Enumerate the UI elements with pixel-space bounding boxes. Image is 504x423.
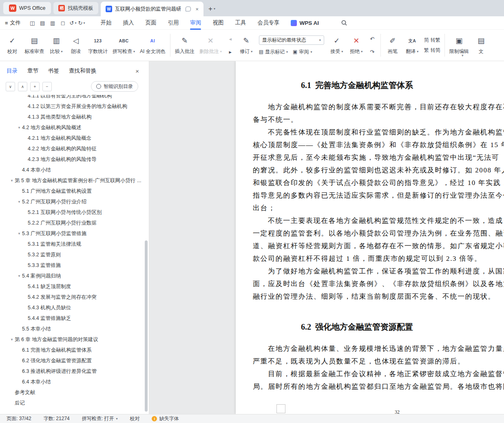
home-tab[interactable]: W WPS Office <box>3 2 51 14</box>
spellcheck-button[interactable]: ABC拼写检查▾ <box>110 32 137 59</box>
menu-tab-view[interactable]: 视图 <box>207 16 229 30</box>
toc-zoom-in-button[interactable]: + <box>30 82 40 91</box>
toc-item[interactable]: 4.2.1 地方金融机构风险概念 <box>0 133 149 143</box>
sidebar-tab-chapters[interactable]: 章节 <box>27 67 38 75</box>
previous-change-button[interactable]: ↶ <box>367 34 377 44</box>
print-preview-button[interactable]: ◻ <box>58 18 68 27</box>
sidebar-tab-bookmarks[interactable]: 书签 <box>48 67 59 75</box>
insert-comment-button[interactable]: ✎插入批注 <box>172 32 197 59</box>
tab-close-icon[interactable]: × <box>195 6 199 12</box>
toc-item[interactable]: 4.1.2 以第三方资金开展业务的地方金融机构 <box>0 101 149 112</box>
toc-expand-all-button[interactable]: ∧ <box>18 82 27 91</box>
toc-item[interactable]: 4.2.3 地方金融机构的风险传导 <box>0 154 149 165</box>
undo-button[interactable]: ↺ ▾ <box>70 20 77 26</box>
menu-tab-home[interactable]: 开始 <box>95 16 117 30</box>
wps-ai-button[interactable]: WPS AI <box>291 20 319 26</box>
toc-item[interactable]: ▾4.2 地方金融机构风险概述 <box>0 122 149 133</box>
menu-tab-review[interactable]: 审阅 <box>184 16 207 30</box>
to-traditional-button[interactable]: 简转繁 <box>424 37 440 44</box>
sidebar-tab-toc[interactable]: 目录 <box>7 67 18 75</box>
missing-font-warning[interactable]: ! 缺失字体 <box>152 415 179 422</box>
toc-caret-icon[interactable]: ▾ <box>9 337 15 341</box>
toc-item[interactable]: 4.4 本章小结 <box>0 165 149 175</box>
export-pdf-button[interactable]: ▤ <box>38 18 48 27</box>
toc-item[interactable]: 5.2.1 互联网小贷与传统小贷区别 <box>0 207 149 218</box>
word-count-button[interactable]: 123字数统计 <box>86 32 110 59</box>
ink-button[interactable]: ✐画笔 <box>383 32 402 59</box>
document-page[interactable]: 6.1 完善地方金融机构监管体系地方金融机构监管的制度体系需要不断完善，目前还存… <box>236 61 504 414</box>
ai-polish-button[interactable]: AIAI 全文润色 <box>137 32 168 59</box>
menu-tab-tools[interactable]: 工具 <box>229 16 252 30</box>
toc-item[interactable]: 5.3.2 监管原则 <box>0 249 149 260</box>
restrict-edit-button[interactable]: ▣限制编辑 <box>447 32 471 59</box>
show-markup-button[interactable]: ▤显示标记▾ <box>259 48 288 55</box>
next-comment-button[interactable]: ▸ <box>225 47 235 57</box>
menu-tab-page[interactable]: 页面 <box>139 16 162 30</box>
toc-item[interactable]: 5.5 本章小结 <box>0 324 149 334</box>
toc-item[interactable]: ▾5.2 广州互联网小贷行业介绍 <box>0 196 149 207</box>
toc-caret-icon[interactable]: ▾ <box>16 126 22 130</box>
new-tab-button[interactable]: + ▾ <box>208 5 215 12</box>
toc-item[interactable]: ▾5.4 案例问题归纳 <box>0 271 149 281</box>
toc-item[interactable]: ▾第 5 章 地方金融机构监管案例分析-广州互联网小贷行 ... <box>0 175 149 186</box>
toc-item[interactable]: 6.1 完善地方金融机构监管体系 <box>0 345 149 355</box>
track-changes-button[interactable]: ✎修订▾ <box>237 32 256 59</box>
toc-item[interactable]: 4.1.1 以自有资金为主的地方金融机构 <box>0 95 149 101</box>
accept-button[interactable]: ✓接受▾ <box>327 32 347 59</box>
toc-caret-icon[interactable]: ▾ <box>16 231 22 236</box>
markup-state-select[interactable]: 显示标记的最终状态▾ <box>259 35 324 45</box>
toc-caret-icon[interactable]: ▾ <box>9 178 15 183</box>
toc-item[interactable]: 4.1.3 其他类型地方金融机构 <box>0 112 149 122</box>
toc-caret-icon[interactable]: ▾ <box>16 274 22 278</box>
toc-item[interactable]: 5.4.2 发展与监管之间存在冲突 <box>0 292 149 302</box>
file-menu-button[interactable]: ≡ 文件 <box>5 19 21 26</box>
toc-item[interactable]: 5.4.3 机构人员缺位 <box>0 302 149 313</box>
proofread-button[interactable]: ✓校对 <box>2 32 22 59</box>
toc-item[interactable]: 5.4.1 缺乏顶层制度 <box>0 281 149 292</box>
review-pane-button[interactable]: ▣审阅▾ <box>293 48 312 55</box>
proofread-status-button[interactable]: 校对 <box>130 415 139 422</box>
menu-tab-reference[interactable]: 引用 <box>162 16 184 30</box>
page-indicator[interactable]: 页面: 37/42 <box>7 415 31 422</box>
sidebar-close-icon[interactable]: × <box>135 68 139 75</box>
toc-item[interactable]: 5.4.4 监管措施缺乏 <box>0 313 149 324</box>
toc-item[interactable]: ▾5.3 广州互联网小贷监管措施 <box>0 228 149 239</box>
toc-zoom-out-button[interactable]: − <box>42 82 52 91</box>
toc-item[interactable]: 6.3 推进机构评级进行差异化监管 <box>0 366 149 377</box>
print-button[interactable]: ▥ <box>48 18 58 27</box>
compare-button[interactable]: ▥比较▾ <box>46 32 66 59</box>
toc-item[interactable]: 6.2 强化地方金融监管资源配置 <box>0 355 149 366</box>
search-button[interactable] <box>341 20 347 26</box>
doc-tab-current[interactable]: W 互联网小额贷款的监管问题研 × <box>101 2 203 16</box>
redo-button[interactable]: ↻ ▾ <box>78 20 85 26</box>
toc-item[interactable]: 5.1 广州地方金融监管机构设置 <box>0 186 149 196</box>
toc-item[interactable]: 5.2.2 广州互联网小贷行业数据 <box>0 218 149 228</box>
standard-review-button[interactable]: ▤标准审查 <box>22 32 46 59</box>
smart-toc-button[interactable]: 智能识别目录 <box>91 81 138 92</box>
delete-comment-button[interactable]: ✕删除批注▾ <box>197 32 224 59</box>
save-button[interactable]: ◫ <box>27 18 38 27</box>
to-simplified-button[interactable]: 繁转简 <box>424 47 440 54</box>
menu-tab-member[interactable]: 会员专享 <box>252 16 285 30</box>
spellcheck-indicator[interactable]: 拼写检查: 打开 ▾ <box>82 415 118 422</box>
word-count-indicator[interactable]: 字数: 21274 <box>44 415 70 422</box>
sidebar-tab-find-replace[interactable]: 查找和替换 <box>69 67 97 75</box>
toc-item[interactable]: 参考文献 <box>0 387 149 398</box>
toc-caret-icon[interactable]: ▾ <box>16 200 22 204</box>
toc-item[interactable]: ▾第 6 章 地方金融监管问题的对策建议 <box>0 334 149 345</box>
doc-tab-template[interactable]: 稻 找稿壳模板 <box>53 2 98 14</box>
doc-permission-button[interactable]: ▤文 <box>471 32 491 59</box>
toc-item[interactable]: 4.2.2 地方金融机构的风险特征 <box>0 143 149 154</box>
previous-comment-button[interactable]: ◂ <box>225 34 235 44</box>
next-change-button[interactable]: ↷ <box>367 47 377 57</box>
ribbon-more-icon[interactable]: ▾ <box>462 53 464 57</box>
menu-tab-insert[interactable]: 插入 <box>117 16 139 30</box>
toc-item[interactable]: 后记 <box>0 398 149 408</box>
sidebar-scrollbar-thumb[interactable] <box>145 240 148 412</box>
toc-item[interactable]: 5.3.3 监管措施 <box>0 260 149 271</box>
translate-button[interactable]: 文A翻译▾ <box>402 32 422 59</box>
toc-item[interactable]: 6.4 本章小结 <box>0 377 149 387</box>
reject-button[interactable]: ✕拒绝▾ <box>347 32 366 59</box>
toc-item[interactable]: 5.3.1 监管相关法律法规 <box>0 239 149 249</box>
read-aloud-button[interactable]: ◁朗读 <box>66 32 86 59</box>
